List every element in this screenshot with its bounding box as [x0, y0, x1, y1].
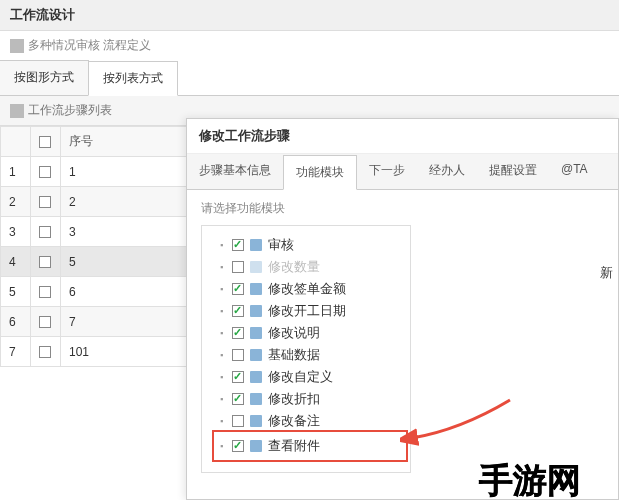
tree-item[interactable]: ▪修改说明	[220, 322, 400, 344]
tree-item[interactable]: ▪查看附件	[216, 434, 404, 458]
tree-item[interactable]: ▪修改签单金额	[220, 278, 400, 300]
tree-checkbox[interactable]	[232, 239, 244, 251]
doc-icon	[250, 371, 262, 383]
modal-tab[interactable]: @TA	[549, 154, 600, 189]
tree-label: 修改开工日期	[268, 302, 346, 320]
tab-list-view[interactable]: 按列表方式	[88, 61, 178, 96]
doc-icon	[250, 283, 262, 295]
tree-bullet-icon: ▪	[220, 306, 226, 316]
modal-tab[interactable]: 功能模块	[283, 155, 357, 190]
workflow-icon	[10, 39, 24, 53]
tree-checkbox[interactable]	[232, 327, 244, 339]
tree-checkbox[interactable]	[232, 415, 244, 427]
tree-item[interactable]: ▪修改自定义	[220, 366, 400, 388]
row-checkbox[interactable]	[39, 256, 51, 268]
doc-icon	[250, 440, 262, 452]
tree-checkbox[interactable]	[232, 261, 244, 273]
modal-tab[interactable]: 经办人	[417, 154, 477, 189]
tree-checkbox[interactable]	[232, 371, 244, 383]
module-tree: ▪审核▪修改数量▪修改签单金额▪修改开工日期▪修改说明▪基础数据▪修改自定义▪修…	[201, 225, 411, 473]
row-checkbox[interactable]	[39, 286, 51, 298]
tree-checkbox[interactable]	[232, 283, 244, 295]
row-checkbox[interactable]	[39, 316, 51, 328]
tree-label: 修改签单金额	[268, 280, 346, 298]
subheader: 多种情况审核 流程定义	[0, 31, 619, 60]
subheader-text: 多种情况审核 流程定义	[28, 37, 151, 54]
tree-bullet-icon: ▪	[220, 394, 226, 404]
modal-tab[interactable]: 下一步	[357, 154, 417, 189]
doc-icon	[250, 393, 262, 405]
side-label: 新	[600, 264, 613, 282]
tree-label: 修改自定义	[268, 368, 333, 386]
doc-icon	[250, 349, 262, 361]
tree-bullet-icon: ▪	[220, 284, 226, 294]
tree-bullet-icon: ▪	[220, 416, 226, 426]
watermark-logo: 手游网	[475, 450, 615, 500]
row-checkbox[interactable]	[39, 226, 51, 238]
main-tabs: 按图形方式 按列表方式	[0, 60, 619, 96]
tree-checkbox[interactable]	[232, 440, 244, 452]
modal-tab[interactable]: 步骤基本信息	[187, 154, 283, 189]
row-index: 7	[1, 337, 31, 367]
row-index: 1	[1, 157, 31, 187]
tree-bullet-icon: ▪	[220, 240, 226, 250]
doc-icon	[250, 415, 262, 427]
tree-item[interactable]: ▪修改开工日期	[220, 300, 400, 322]
tree-label: 修改折扣	[268, 390, 320, 408]
tree-bullet-icon: ▪	[220, 441, 226, 451]
row-index: 6	[1, 307, 31, 337]
row-checkbox[interactable]	[39, 346, 51, 358]
edit-step-modal: 修改工作流步骤 步骤基本信息功能模块下一步经办人提醒设置@TA 请选择功能模块 …	[186, 118, 619, 500]
row-index: 5	[1, 277, 31, 307]
tree-label: 基础数据	[268, 346, 320, 364]
doc-icon	[250, 305, 262, 317]
checkbox-all[interactable]	[39, 136, 51, 148]
doc-icon	[250, 327, 262, 339]
tree-label: 修改说明	[268, 324, 320, 342]
list-icon	[10, 104, 24, 118]
page-header: 工作流设计	[0, 0, 619, 31]
row-checkbox[interactable]	[39, 166, 51, 178]
tree-item[interactable]: ▪审核	[220, 234, 400, 256]
tree-label: 查看附件	[268, 437, 320, 455]
tree-checkbox[interactable]	[232, 393, 244, 405]
hint-text: 请选择功能模块	[201, 200, 604, 217]
modal-title: 修改工作流步骤	[187, 119, 618, 154]
row-index: 2	[1, 187, 31, 217]
row-checkbox[interactable]	[39, 196, 51, 208]
row-index: 4	[1, 247, 31, 277]
section-title-text: 工作流步骤列表	[28, 102, 112, 119]
tree-label: 修改备注	[268, 412, 320, 430]
modal-tabs: 步骤基本信息功能模块下一步经办人提醒设置@TA	[187, 154, 618, 190]
modal-tab[interactable]: 提醒设置	[477, 154, 549, 189]
tree-item[interactable]: ▪修改备注	[220, 410, 400, 432]
tree-bullet-icon: ▪	[220, 262, 226, 272]
tree-item[interactable]: ▪基础数据	[220, 344, 400, 366]
tree-label: 审核	[268, 236, 294, 254]
doc-icon	[250, 261, 262, 273]
tree-bullet-icon: ▪	[220, 350, 226, 360]
doc-icon	[250, 239, 262, 251]
tree-checkbox[interactable]	[232, 305, 244, 317]
tree-item[interactable]: ▪修改数量	[220, 256, 400, 278]
tree-label: 修改数量	[268, 258, 320, 276]
tree-bullet-icon: ▪	[220, 328, 226, 338]
tree-item[interactable]: ▪修改折扣	[220, 388, 400, 410]
tree-bullet-icon: ▪	[220, 372, 226, 382]
row-index: 3	[1, 217, 31, 247]
tab-graph-view[interactable]: 按图形方式	[0, 60, 89, 95]
svg-text:手游网: 手游网	[478, 462, 581, 499]
tree-checkbox[interactable]	[232, 349, 244, 361]
